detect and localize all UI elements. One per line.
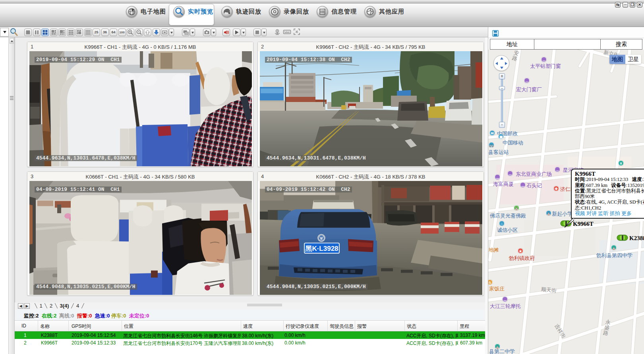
svg-text:黑K·L3928: 黑K·L3928 <box>305 245 338 252</box>
